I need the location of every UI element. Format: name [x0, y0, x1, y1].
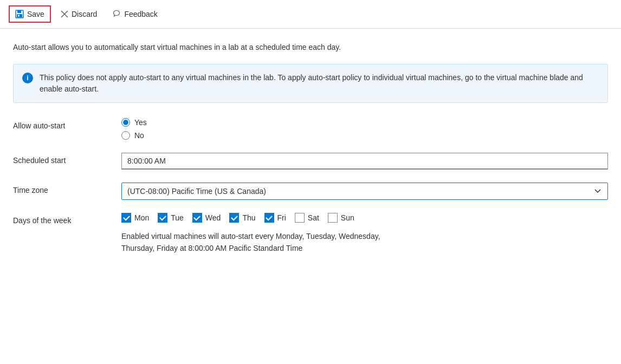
- timezone-label: Time zone: [13, 183, 121, 194]
- save-button[interactable]: Save: [9, 5, 51, 23]
- feedback-icon: [112, 10, 121, 18]
- timezone-select[interactable]: (UTC-08:00) Pacific Time (US & Canada): [121, 183, 608, 200]
- days-description-line2: Thursday, Friday at 8:00:00 AM Pacific S…: [121, 244, 302, 252]
- discard-button[interactable]: Discard: [55, 6, 102, 22]
- day-label-mon: Mon: [134, 213, 149, 222]
- day-checkbox-mon[interactable]: [121, 213, 131, 223]
- radio-yes-input[interactable]: [121, 118, 130, 127]
- allow-autostart-row: Allow auto-start Yes No: [13, 118, 608, 140]
- days-description-line1: Enabled virtual machines will auto-start…: [121, 232, 380, 240]
- day-label-fri: Fri: [277, 213, 286, 222]
- day-checkbox-sun[interactable]: [328, 213, 338, 223]
- svg-rect-3: [18, 15, 20, 17]
- discard-icon: [61, 10, 68, 18]
- main-content: Auto-start allows you to automatically s…: [0, 29, 621, 281]
- days-of-week-row: Days of the week MonTueWedThuFriSatSun E…: [13, 213, 608, 255]
- timezone-row: Time zone (UTC-08:00) Pacific Time (US &…: [13, 183, 608, 200]
- day-item-thu[interactable]: Thu: [229, 213, 255, 223]
- day-item-mon[interactable]: Mon: [121, 213, 149, 223]
- info-box: i This policy does not apply auto-start …: [13, 64, 608, 103]
- day-checkbox-thu[interactable]: [229, 213, 239, 223]
- scheduled-start-label: Scheduled start: [13, 153, 121, 165]
- feedback-button[interactable]: Feedback: [107, 6, 163, 22]
- days-of-week-label: Days of the week: [13, 213, 121, 225]
- info-text: This policy does not apply auto-start to…: [40, 72, 599, 95]
- day-label-sat: Sat: [308, 213, 319, 222]
- svg-rect-1: [17, 10, 21, 13]
- days-description: Enabled virtual machines will auto-start…: [121, 230, 608, 255]
- radio-no-input[interactable]: [121, 131, 130, 140]
- day-checkbox-sat[interactable]: [295, 213, 305, 223]
- scheduled-start-row: Scheduled start: [13, 153, 608, 170]
- day-item-sun[interactable]: Sun: [328, 213, 354, 223]
- save-label: Save: [27, 10, 44, 18]
- discard-label: Discard: [72, 10, 97, 18]
- timezone-control: (UTC-08:00) Pacific Time (US & Canada): [121, 183, 608, 200]
- day-item-tue[interactable]: Tue: [158, 213, 184, 223]
- day-label-tue: Tue: [171, 213, 184, 222]
- days-of-week-control: MonTueWedThuFriSatSun Enabled virtual ma…: [121, 213, 608, 255]
- info-icon: i: [22, 73, 33, 83]
- radio-yes-label: Yes: [134, 118, 147, 127]
- save-icon: [15, 10, 24, 18]
- day-label-sun: Sun: [341, 213, 354, 222]
- day-label-wed: Wed: [205, 213, 221, 222]
- feedback-label: Feedback: [124, 10, 157, 18]
- day-checkbox-fri[interactable]: [264, 213, 274, 223]
- scheduled-start-input[interactable]: [121, 153, 608, 170]
- day-label-thu: Thu: [242, 213, 255, 222]
- day-checkbox-wed[interactable]: [192, 213, 202, 223]
- allow-autostart-label: Allow auto-start: [13, 118, 121, 130]
- day-item-sat[interactable]: Sat: [295, 213, 319, 223]
- scheduled-start-control: [121, 153, 608, 170]
- day-checkbox-tue[interactable]: [158, 213, 167, 223]
- toolbar: Save Discard Feedback: [0, 0, 621, 29]
- radio-group: Yes No: [121, 118, 608, 140]
- day-item-fri[interactable]: Fri: [264, 213, 286, 223]
- radio-yes[interactable]: Yes: [121, 118, 608, 127]
- page-description: Auto-start allows you to automatically s…: [13, 42, 608, 53]
- day-item-wed[interactable]: Wed: [192, 213, 221, 223]
- allow-autostart-control: Yes No: [121, 118, 608, 140]
- radio-no[interactable]: No: [121, 131, 608, 140]
- radio-no-label: No: [134, 131, 144, 140]
- days-row: MonTueWedThuFriSatSun: [121, 213, 608, 223]
